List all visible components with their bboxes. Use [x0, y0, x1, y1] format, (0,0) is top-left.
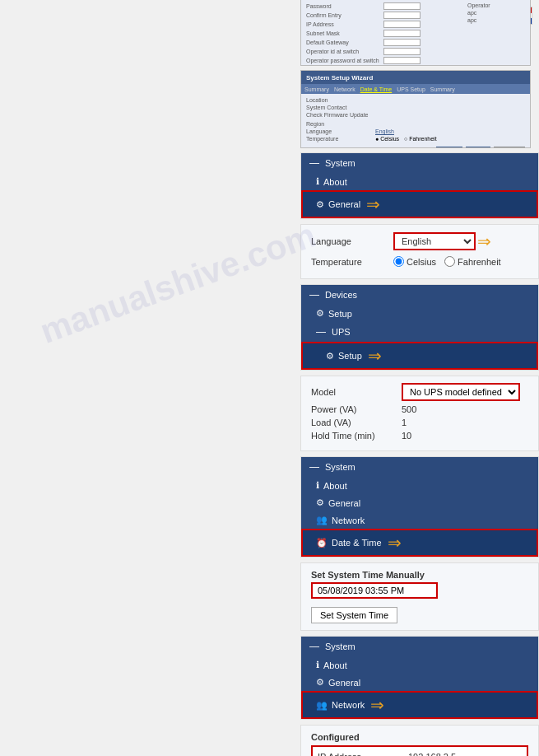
system-section-4: — System ℹ About ⚙ General 👥 Network ⇒ — [300, 636, 539, 720]
confirm-input[interactable] — [383, 12, 421, 19]
set-time-title: Set System Time Manually — [311, 570, 528, 580]
op-id-input[interactable] — [383, 48, 421, 55]
screenshot-wizard: System Setup Wizard Summary Network Date… — [300, 70, 531, 148]
network-box: IP Address 192.168.2.5 Subnet Mask 255.2… — [311, 745, 528, 756]
ups-power-label: Power (VA) — [311, 404, 402, 414]
general-settings-panel: Language English ⇒ Temperature Celsius F… — [300, 224, 539, 279]
general-label-1: General — [328, 199, 360, 209]
ups-settings-panel: Model No UPS model defined Power (VA) 50… — [300, 376, 539, 451]
ups-load-label: Load (VA) — [311, 418, 402, 427]
wiz-temp-options: ● Celsius ○ Fahrenheit — [375, 136, 525, 142]
devices-setup-item[interactable]: ⚙ Setup — [301, 305, 538, 322]
wizard-nav-datetime: Date & Time — [360, 86, 393, 92]
fahrenheit-radio[interactable]: Fahrenheit — [444, 256, 501, 267]
region-label: Region — [306, 121, 324, 127]
system-label-1: System — [325, 158, 355, 168]
ups-header: — UPS — [301, 322, 538, 342]
ups-power-val: 500 — [402, 404, 416, 414]
info-icon-3: ℹ — [316, 480, 319, 491]
general-item-1[interactable]: ⚙ General ⇒ — [301, 190, 538, 218]
about-item-4[interactable]: ℹ About — [301, 656, 538, 674]
general-item-4[interactable]: ⚙ General — [301, 674, 538, 691]
gateway-label: Default Gateway — [306, 40, 380, 45]
general-item-3[interactable]: ⚙ General — [301, 494, 538, 511]
network-item-4[interactable]: 👥 Network ⇒ — [301, 691, 538, 719]
network-label-3: Network — [332, 516, 365, 525]
datetime-item-3[interactable]: ⏰ Date & Time ⇒ — [301, 529, 538, 557]
op-pw-label: Operator password at switch — [306, 58, 380, 63]
wiz-firmware-val — [375, 112, 525, 118]
wizard-nav-summary2: Summary — [430, 86, 455, 92]
fahrenheit-label: Fahrenheit — [458, 257, 501, 267]
configured-label: Configured — [311, 732, 528, 742]
info-icon-4: ℹ — [316, 660, 319, 670]
wiz-syscontact-label: System Contact — [306, 105, 372, 110]
subnet-input[interactable] — [383, 30, 421, 37]
ups-model-label: Model — [311, 387, 402, 397]
language-label: Language — [311, 236, 393, 246]
arrow-indicator-lang: ⇒ — [477, 231, 491, 251]
ip-label: IP Address — [306, 21, 380, 27]
about-item-3[interactable]: ℹ About — [301, 477, 538, 494]
celsius-radio-input[interactable] — [393, 256, 404, 267]
ups-label: UPS — [332, 327, 351, 337]
datetime-input[interactable] — [311, 582, 438, 599]
ups-load-val: 1 — [402, 418, 407, 427]
gear-icon-1: ⚙ — [316, 199, 324, 210]
temperature-label: Temperature — [311, 257, 393, 267]
about-label-4: About — [323, 660, 347, 670]
info-icon-1: ℹ — [316, 176, 319, 187]
ups-holdtime-label: Hold Time (min) — [311, 431, 402, 441]
set-time-button[interactable]: Set System Time — [311, 607, 397, 623]
devices-label: Devices — [325, 290, 357, 300]
gear-icon-3: ⚙ — [316, 497, 324, 508]
datetime-settings-panel: Set System Time Manually Set System Time — [300, 562, 539, 631]
wiz-back-btn[interactable]: Back — [436, 147, 462, 148]
system-label-3: System — [325, 462, 355, 472]
people-icon-4: 👥 — [316, 700, 328, 711]
password-input[interactable] — [383, 2, 421, 10]
wiz-lang-label: Language — [306, 128, 372, 134]
op-pw-input[interactable] — [383, 57, 421, 64]
subnet-label: Subnet Mask — [306, 30, 380, 36]
system-header-3: — System — [301, 457, 538, 477]
watermark: manualshive.com — [35, 215, 321, 352]
ups-holdtime-val: 10 — [402, 431, 411, 441]
system-section-3: — System ℹ About ⚙ General 👥 Network ⏰ D… — [300, 456, 539, 558]
minus-icon-ups: — — [316, 326, 326, 338]
people-icon-3: 👥 — [316, 515, 328, 525]
general-label-3: General — [328, 498, 360, 508]
celsius-radio[interactable]: Celsius — [393, 256, 436, 267]
system-label-4: System — [325, 642, 355, 651]
network-settings-panel: Configured IP Address 192.168.2.5 Subnet… — [300, 725, 539, 756]
ups-model-select[interactable]: No UPS model defined — [402, 383, 520, 401]
ups-setup-item[interactable]: ⚙ Setup ⇒ — [301, 342, 538, 370]
network-item-3[interactable]: 👥 Network — [301, 511, 538, 529]
pw-val2: apc — [467, 17, 525, 23]
about-label-1: About — [323, 177, 347, 187]
op-label2: Operator — [467, 2, 525, 8]
system-section-1: — System ℹ About ⚙ General ⇒ — [300, 152, 539, 219]
language-select[interactable]: English — [393, 232, 476, 250]
celsius-label: Celsius — [407, 257, 436, 267]
wiz-location-label: Location — [306, 97, 372, 103]
wizard-nav-summary: Summary — [304, 86, 329, 92]
about-label-3: About — [323, 481, 347, 491]
wiz-lang-val: English — [375, 128, 525, 134]
screenshot-admin: System Network Date & Time UPS Setup Oth… — [300, 0, 531, 66]
ip-input[interactable] — [383, 21, 421, 28]
confirm-label: Confirm Entry — [306, 12, 380, 18]
gateway-input[interactable] — [383, 39, 421, 46]
wiz-next-btn[interactable]: Next — [466, 147, 490, 148]
gear-icon-4: ⚙ — [316, 677, 324, 688]
wizard-title: System Setup Wizard — [306, 74, 373, 82]
about-item-1[interactable]: ℹ About — [301, 173, 538, 190]
minus-icon-4: — — [309, 641, 319, 652]
wiz-location-val — [375, 97, 525, 103]
gear-icon-ups: ⚙ — [326, 351, 334, 362]
op-id-label: Operator id at switch — [306, 49, 380, 54]
fahrenheit-radio-input[interactable] — [444, 256, 455, 267]
system-header-1: — System — [301, 153, 538, 173]
wiz-cancel-btn[interactable]: Cancel — [494, 147, 525, 148]
minus-icon-dev: — — [309, 289, 319, 301]
